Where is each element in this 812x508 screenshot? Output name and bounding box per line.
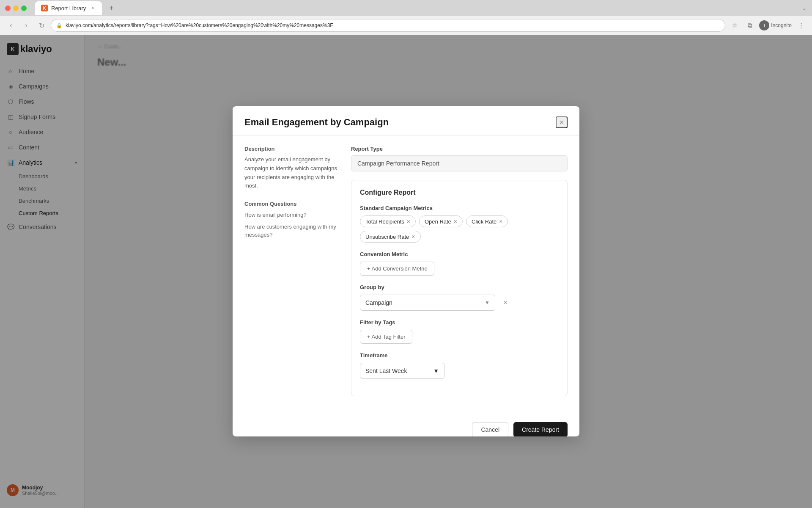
timeframe-label: Timeframe [360, 352, 559, 359]
new-tab-button[interactable]: + [105, 2, 117, 14]
filter-tags-label: Filter by Tags [360, 319, 559, 326]
modal-header: Email Engagement by Campaign × [233, 106, 579, 135]
browser-tab-active[interactable]: K Report Library × [35, 1, 102, 15]
modal-footer: Cancel Create Report [233, 415, 579, 436]
report-type-value: Campaign Performance Report [351, 155, 568, 171]
conversion-metric-group: Conversion Metric + Add Conversion Metri… [360, 251, 559, 276]
description-label: Description [244, 146, 337, 152]
timeframe-group: Timeframe Sent Last Week ▼ [360, 352, 559, 379]
timeframe-select[interactable]: Sent Last Week ▼ [360, 363, 444, 379]
refresh-button[interactable]: ↻ [36, 19, 47, 31]
modal-description-text: Analyze your email engagement by campaig… [244, 155, 337, 190]
configure-report-section: Configure Report Standard Campaign Metri… [351, 180, 568, 396]
remove-total-recipients-button[interactable]: × [407, 218, 410, 225]
collapse-tabs-button[interactable]: ⌄ [802, 5, 807, 11]
metric-tag-label-click-rate: Click Rate [472, 218, 497, 225]
standard-metrics-group: Standard Campaign Metrics Total Recipien… [360, 205, 559, 243]
metric-tag-click-rate: Click Rate × [466, 215, 508, 227]
remove-open-rate-button[interactable]: × [454, 218, 457, 225]
configure-title: Configure Report [360, 189, 559, 196]
question-link-2[interactable]: How are customers engaging with my messa… [244, 223, 337, 238]
modal-body: Description Analyze your email engagemen… [233, 135, 579, 415]
cancel-button[interactable]: Cancel [472, 422, 508, 436]
tab-favicon: K [41, 5, 48, 11]
address-bar-url: klaviyo.com/analytics/reports/library?ta… [66, 22, 333, 28]
browser-chrome: K Report Library × + ⌄ ‹ › ↻ 🔒 klaviyo.c… [0, 0, 812, 35]
browser-menu-button[interactable]: ⋮ [795, 19, 807, 31]
metric-tag-label-unsubscribe-rate: Unsubscribe Rate [365, 234, 409, 240]
common-questions-label: Common Questions [244, 201, 337, 207]
modal-title: Email Engagement by Campaign [244, 117, 389, 128]
metric-tag-unsubscribe-rate: Unsubscribe Rate × [360, 231, 421, 243]
metric-tag-total-recipients: Total Recipients × [360, 215, 416, 227]
timeframe-value: Sent Last Week [365, 367, 407, 374]
group-by-row: Campaign ▼ × [360, 295, 559, 311]
incognito-label: Incognito [771, 22, 792, 28]
profile-avatar: I [759, 20, 769, 30]
metric-tag-label-total-recipients: Total Recipients [365, 218, 404, 225]
maximize-window-button[interactable] [21, 6, 27, 11]
conversion-label: Conversion Metric [360, 251, 559, 257]
timeframe-chevron-icon: ▼ [433, 367, 439, 374]
address-bar[interactable]: 🔒 klaviyo.com/analytics/reports/library?… [51, 19, 725, 32]
metric-tag-label-open-rate: Open Rate [425, 218, 451, 225]
toolbar-actions: ☆ ⧉ I Incognito ⋮ [729, 19, 807, 31]
email-engagement-modal: Email Engagement by Campaign × Descripti… [233, 106, 579, 436]
metric-tag-open-rate: Open Rate × [419, 215, 463, 227]
metrics-tags-container: Total Recipients × Open Rate × Click Rat… [360, 215, 559, 243]
traffic-lights [5, 6, 27, 11]
minimize-window-button[interactable] [13, 6, 19, 11]
add-tag-filter-button[interactable]: + Add Tag Filter [360, 330, 412, 344]
modal-overlay: Email Engagement by Campaign × Descripti… [0, 35, 812, 508]
filter-tags-group: Filter by Tags + Add Tag Filter [360, 319, 559, 344]
remove-unsubscribe-rate-button[interactable]: × [411, 233, 415, 240]
group-by-value: Campaign [365, 299, 392, 306]
create-report-button[interactable]: Create Report [513, 422, 568, 436]
group-by-select[interactable]: Campaign ▼ [360, 295, 495, 311]
group-by-clear-button[interactable]: × [499, 296, 512, 309]
modal-close-button[interactable]: × [556, 116, 568, 128]
add-conversion-metric-button[interactable]: + Add Conversion Metric [360, 262, 434, 276]
extension-button[interactable]: ⧉ [744, 19, 756, 31]
report-type-label: Report Type [351, 146, 568, 152]
question-link-1[interactable]: How is email performing? [244, 211, 337, 219]
group-by-chevron-icon: ▼ [485, 300, 490, 306]
close-window-button[interactable] [5, 6, 11, 11]
forward-button[interactable]: › [20, 19, 32, 31]
tab-favicon-text: K [43, 6, 46, 11]
group-by-label: Group by [360, 284, 559, 290]
bookmark-button[interactable]: ☆ [729, 19, 741, 31]
lock-icon: 🔒 [56, 23, 62, 28]
tab-title-text: Report Library [51, 5, 86, 11]
app-layout: K klaviyo ⌂ Home ◈ Campaigns ⬡ Flows ◫ S… [0, 35, 812, 508]
close-tab-button[interactable]: × [89, 5, 96, 11]
modal-right-panel: Report Type Campaign Performance Report … [351, 146, 568, 405]
metrics-field-label: Standard Campaign Metrics [360, 205, 559, 211]
browser-titlebar: K Report Library × + ⌄ [0, 0, 812, 16]
browser-toolbar: ‹ › ↻ 🔒 klaviyo.com/analytics/reports/li… [0, 16, 812, 35]
profile-button[interactable]: I Incognito [759, 20, 792, 30]
group-by-group: Group by Campaign ▼ × [360, 284, 559, 311]
modal-left-panel: Description Analyze your email engagemen… [244, 146, 337, 405]
remove-click-rate-button[interactable]: × [499, 218, 502, 225]
back-button[interactable]: ‹ [5, 19, 17, 31]
